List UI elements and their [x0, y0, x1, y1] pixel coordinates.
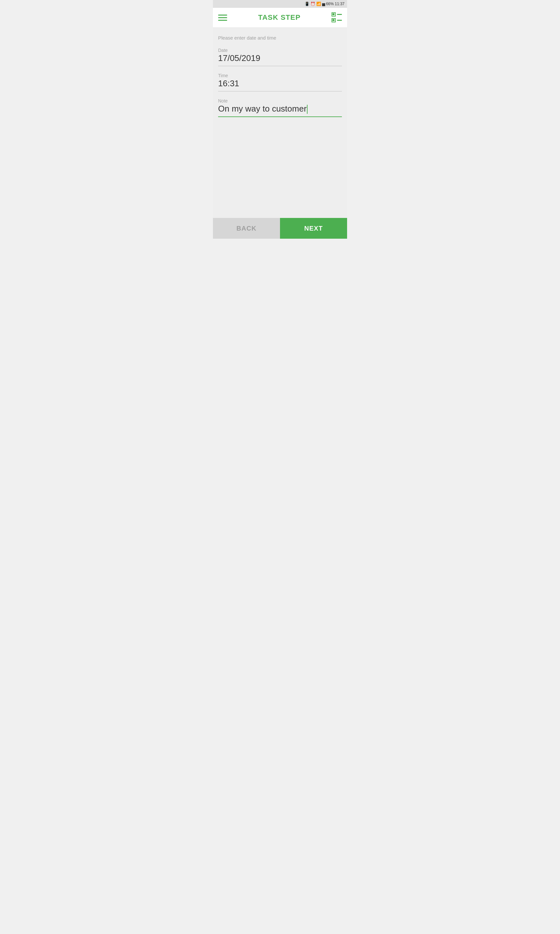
next-button[interactable]: NEXT [280, 218, 347, 239]
prompt-group: Please enter date and time [218, 35, 342, 41]
page-title: TASK STEP [258, 13, 301, 22]
app-bar: TASK STEP [213, 8, 347, 27]
status-time: 11:37 [335, 2, 345, 6]
time-value[interactable]: 16:31 [218, 79, 342, 91]
time-label: Time [218, 73, 228, 78]
main-content: Please enter date and time Date 17/05/20… [213, 27, 347, 218]
note-field-group: Note On my way to customer [218, 98, 342, 117]
tl-row-1 [332, 12, 342, 17]
back-button[interactable]: BACK [213, 218, 280, 239]
note-value[interactable]: On my way to customer [218, 104, 342, 117]
status-signal-icon: ▅ [322, 2, 325, 6]
status-icons: 📳 ⏰ 📶 ▅ 66% 11:37 [305, 2, 345, 6]
status-wifi-icon: 📶 [316, 2, 321, 6]
task-list-button[interactable] [332, 12, 342, 23]
status-alarm-icon: ⏰ [311, 2, 315, 6]
hamburger-line-1 [218, 15, 227, 15]
note-wrapper: On my way to customer [218, 104, 342, 117]
hamburger-line-3 [218, 20, 227, 21]
tl-checkbox-2 [332, 18, 336, 22]
note-text: On my way to customer [218, 104, 306, 114]
tl-row-2 [332, 18, 342, 22]
bottom-bar: BACK NEXT [213, 218, 347, 239]
hamburger-line-2 [218, 17, 227, 18]
tl-checkbox-1 [332, 12, 336, 17]
status-bar: 📳 ⏰ 📶 ▅ 66% 11:37 [213, 0, 347, 8]
date-label: Date [218, 48, 228, 53]
tl-line-1 [337, 14, 342, 15]
battery-percent: 66% [326, 2, 334, 6]
status-vibrate-icon: 📳 [305, 2, 309, 6]
date-field-group: Date 17/05/2019 [218, 47, 342, 66]
tl-line-2 [337, 20, 342, 21]
text-cursor [307, 105, 308, 114]
date-time-prompt: Please enter date and time [218, 35, 276, 40]
date-value[interactable]: 17/05/2019 [218, 53, 342, 66]
time-field-group: Time 16:31 [218, 72, 342, 91]
hamburger-menu-button[interactable] [218, 15, 227, 21]
note-label: Note [218, 98, 228, 103]
